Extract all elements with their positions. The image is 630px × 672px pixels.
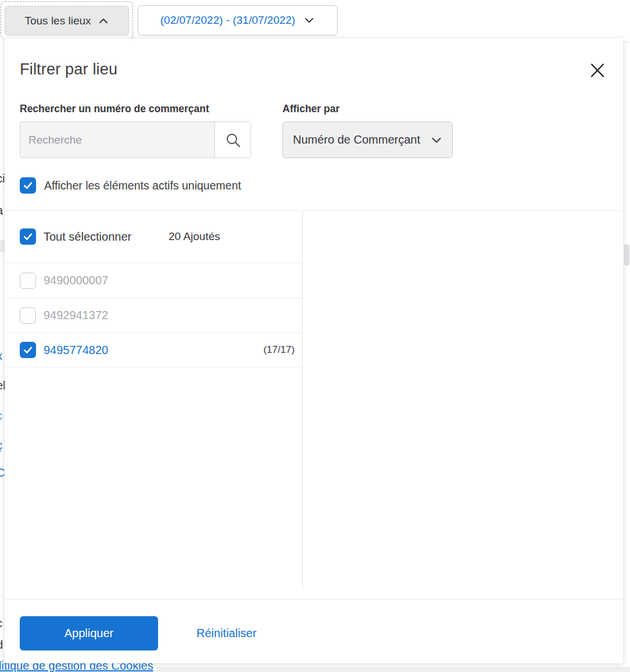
search-icon (225, 132, 241, 148)
date-range-label: (02/07/2022) - (31/07/2022) (160, 14, 295, 27)
footer-divider (5, 599, 623, 599)
background-divider-line (624, 42, 630, 42)
merchant-row: 9492941372 (5, 298, 302, 333)
modal-title: Filtrer par lieu (20, 60, 117, 78)
chevron-up-icon (98, 15, 109, 27)
merchant-checkbox[interactable] (20, 342, 36, 358)
background-text-fragment: c (0, 409, 2, 423)
merchant-checkbox[interactable] (20, 273, 36, 289)
display-by-select[interactable]: Numéro de Commerçant (282, 121, 453, 158)
merchant-id: 9492941372 (44, 309, 108, 322)
location-filter-button-wrap: Tous les lieux (5, 6, 129, 35)
column-divider (302, 210, 303, 589)
search-button[interactable] (214, 122, 250, 158)
background-text-fragment: c (0, 617, 2, 630)
merchant-checkbox[interactable] (20, 308, 36, 324)
merchant-count: (17/17) (263, 344, 295, 356)
page-footer-band (156, 667, 630, 672)
chevron-down-icon (430, 134, 443, 146)
active-only-checkbox[interactable] (20, 177, 36, 194)
merchant-id: 9495774820 (44, 344, 108, 357)
merchant-list: 949000000794929413729495774820(17/17) (5, 263, 302, 367)
chevron-down-icon (303, 15, 315, 26)
active-only-row: Afficher les éléments actifs uniquement (20, 177, 241, 194)
checkmark-icon (22, 231, 34, 242)
checkmark-icon (22, 180, 34, 191)
active-only-label: Afficher les éléments actifs uniquement (44, 179, 241, 192)
background-text-fragment: d (0, 638, 3, 652)
location-filter-button[interactable]: Tous les lieux (5, 6, 129, 35)
search-field-label: Rechercher un numéro de commerçant (20, 103, 209, 115)
added-count-label: 20 Ajoutés (169, 230, 220, 243)
merchant-id: 9490000007 (44, 274, 108, 287)
checkmark-icon (22, 344, 34, 356)
select-all-row: Tout sélectionner 20 Ajoutés (5, 210, 302, 263)
filter-by-location-modal: Filtrer par lieu Rechercher un numéro de… (5, 38, 623, 663)
select-all-checkbox[interactable] (20, 228, 36, 245)
display-by-value: Numéro de Commerçant (293, 133, 420, 146)
background-text-fragment: ç (0, 439, 2, 452)
page-scrollbar-thumb[interactable] (624, 244, 629, 266)
background-text-fragment: x (0, 349, 2, 363)
display-by-label: Afficher par (282, 103, 339, 115)
reset-button[interactable]: Réinitialiser (196, 616, 256, 650)
location-filter-label: Tous les lieux (24, 15, 91, 27)
merchant-row: 9490000007 (5, 263, 302, 298)
close-button[interactable] (588, 60, 607, 80)
search-input[interactable] (20, 122, 214, 158)
date-range-button[interactable]: (02/07/2022) - (31/07/2022) (138, 5, 338, 35)
merchant-row: 9495774820(17/17) (5, 333, 302, 367)
search-group (20, 121, 251, 158)
apply-button[interactable]: Appliquer (20, 616, 158, 650)
select-all-label: Tout sélectionner (44, 230, 131, 244)
close-icon (589, 62, 606, 79)
background-text-fragment: a (0, 204, 3, 217)
